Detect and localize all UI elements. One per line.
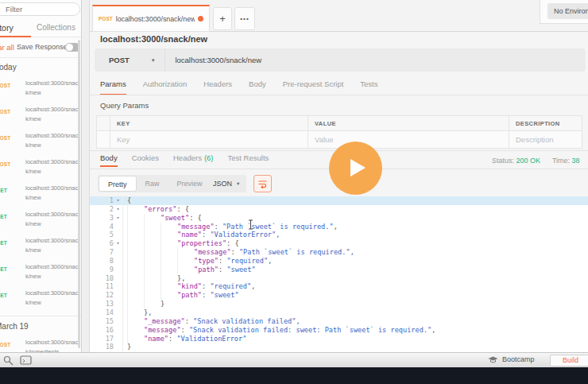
fold-toggle-icon[interactable]: ▾ [114, 205, 122, 214]
param-checkbox-column [97, 116, 110, 131]
format-dropdown[interactable]: JSON ▾ [206, 175, 246, 192]
response-tab-label: Cookies [132, 153, 159, 164]
request-tab[interactable]: POST localhost:3000/snack/new [92, 5, 210, 32]
code-line: 9"path": "sweet" [90, 266, 588, 274]
method-badge: POST [0, 135, 11, 141]
history-item[interactable]: GETlocalhost:3000/snack/new [0, 235, 82, 261]
view-mode-preview[interactable]: Preview [168, 176, 211, 192]
json-string: "Snack validation failed: sweet: Path `s… [189, 326, 431, 335]
history-item[interactable]: GETlocalhost:3000/snack/new [0, 261, 82, 287]
indent-guide [127, 308, 144, 317]
json-string: "Snack validation failed" [193, 317, 296, 326]
history-item[interactable]: POSTlocalhost:3000/snack/ingredients [0, 336, 82, 352]
request-tab-headers[interactable]: Headers [203, 80, 232, 95]
json-punct: : [185, 317, 193, 326]
line-number: 13 [90, 300, 114, 308]
tab-collections[interactable]: Collections [37, 23, 75, 32]
line-number: 17 [90, 335, 114, 343]
response-tab-headers[interactable]: Headers(6) [173, 153, 214, 167]
response-tab-body[interactable]: Body [100, 153, 118, 167]
response-tab-label: Body [100, 153, 118, 162]
method-dropdown[interactable]: POST [109, 56, 130, 64]
view-mode-pretty[interactable]: Pretty [99, 176, 137, 192]
fold-toggle-icon[interactable]: ▾ [114, 214, 122, 223]
json-punct: : [231, 248, 239, 257]
status-label: Status: [492, 157, 514, 165]
clear-all-link[interactable]: Clear all [0, 43, 14, 52]
history-section: March 19POSTlocalhost:3000/snack/ingredi… [0, 316, 82, 352]
history-item-url: localhost:3000/snack/new [25, 131, 81, 149]
param-key-input[interactable] [117, 135, 301, 144]
param-description-input[interactable] [516, 135, 575, 144]
console-icon[interactable] [20, 355, 32, 365]
filter-input[interactable] [0, 2, 80, 16]
history-item[interactable]: POSTlocalhost:3000/snack/new [0, 130, 82, 156]
code-line: 10}, [90, 274, 588, 283]
history-item[interactable]: GETlocalhost:3000/snack/new [0, 287, 82, 313]
json-key: "properties" [177, 239, 226, 248]
history-item-url: localhost:3000/snack/new [25, 157, 81, 176]
request-tab-tests[interactable]: Tests [360, 80, 377, 95]
json-key: "kind" [177, 282, 202, 291]
json-punct: } [127, 343, 131, 351]
json-punct: : [202, 231, 210, 239]
more-options-button[interactable]: ••• [234, 7, 255, 30]
response-body-editor[interactable]: 1▾{2▾"errors": {3▾"sweet": {4"message": … [90, 196, 588, 352]
request-tab-body[interactable]: Body [249, 80, 266, 95]
request-tab-authorization[interactable]: Authorization [143, 80, 187, 95]
line-number: 2 [90, 205, 114, 214]
view-mode-raw[interactable]: Raw [137, 176, 168, 192]
history-item[interactable]: GETlocalhost:3000/snack/new [0, 182, 82, 208]
history-item[interactable]: POSTlocalhost:3000/snack/new [0, 156, 82, 182]
sidebar-controls: Clear all Save Responses [0, 37, 82, 58]
code-line: 12"path": "sweet" [90, 291, 588, 300]
history-section: TodayPOSTlocalhost:3000/snack/newPOSTloc… [0, 60, 82, 313]
history-item[interactable]: GETlocalhost:3000/snack/new [0, 208, 82, 235]
build-button[interactable]: Build [550, 355, 588, 367]
environment-panel: No Environment [540, 0, 588, 24]
environment-selector[interactable]: No Environment [547, 3, 588, 19]
json-punct: : [181, 326, 189, 335]
json-punct: : [219, 266, 226, 274]
postman-window: History Collections Clear all Save Respo… [0, 0, 588, 384]
json-key: "path" [194, 266, 219, 274]
play-button[interactable] [329, 142, 382, 195]
indent-guide [127, 335, 144, 343]
line-wrap-button[interactable] [253, 175, 272, 192]
param-value-input[interactable] [315, 135, 502, 144]
line-number: 10 [90, 274, 114, 283]
json-string: "sweet" [210, 291, 238, 300]
fold-spacer [114, 257, 122, 266]
json-punct: }, [177, 274, 185, 283]
indent-guide [127, 248, 194, 257]
request-tab-params[interactable]: Params [100, 80, 126, 95]
sidebar-scrollbar[interactable] [78, 40, 80, 348]
indent-guide [127, 231, 177, 239]
response-tab-label: Headers [173, 153, 202, 164]
code-line: 18} [90, 343, 588, 351]
request-tab-method: POST [99, 16, 113, 21]
history-item[interactable]: POSTlocalhost:3000/snack/new [0, 103, 82, 130]
url-input[interactable]: localhost:3000/snack/new [175, 56, 261, 64]
history-item[interactable]: POSTlocalhost:3000/snack/new [0, 77, 82, 103]
fold-toggle-icon[interactable]: ▾ [114, 239, 122, 248]
fold-toggle-icon[interactable]: ▾ [114, 196, 122, 205]
response-tab-test-results[interactable]: Test Results [228, 153, 269, 167]
chevron-down-icon[interactable]: ▾ [152, 57, 155, 64]
code-content: }, [122, 274, 588, 283]
format-label: JSON [213, 180, 232, 188]
json-string: "required" [226, 257, 268, 266]
code-content: "message": "Snack validation failed: swe… [122, 326, 588, 335]
search-icon[interactable] [3, 355, 14, 366]
fold-spacer [114, 274, 122, 283]
new-tab-button[interactable]: + [213, 7, 232, 30]
code-line: 3▾"sweet": { [90, 214, 588, 223]
bootcamp-button[interactable]: Bootcamp [488, 355, 535, 363]
line-number: 15 [90, 317, 114, 326]
view-mode-switch: PrettyRawPreview [98, 175, 212, 192]
request-tab-pre-request-script[interactable]: Pre-request Script [283, 80, 344, 95]
code-line: 1▾{ [90, 196, 588, 205]
response-tab-cookies[interactable]: Cookies [132, 153, 159, 167]
tab-history[interactable]: History [0, 23, 14, 33]
sidebar: History Collections Clear all Save Respo… [0, 0, 82, 352]
